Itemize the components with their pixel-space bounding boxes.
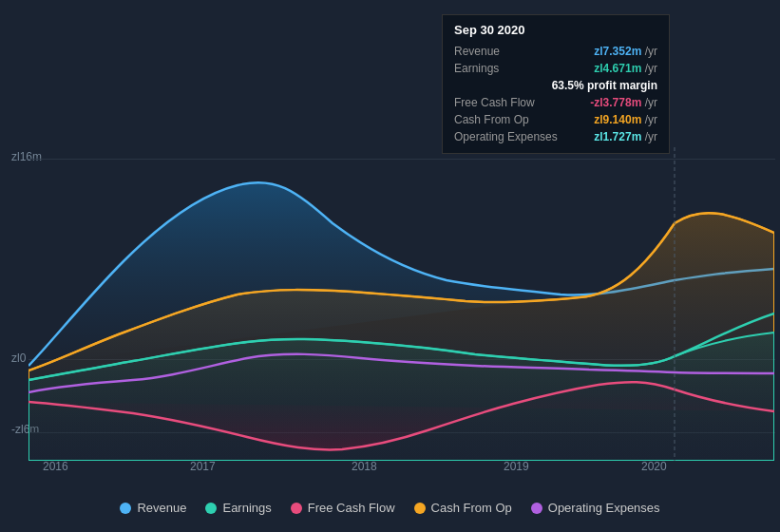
tooltip-label-opex: Operating Expenses <box>454 130 558 143</box>
legend-item-opex[interactable]: Operating Expenses <box>531 501 660 515</box>
x-label-2018: 2018 <box>352 460 377 473</box>
tooltip-row-cashfromop: Cash From Op zl9.140m /yr <box>454 111 657 128</box>
legend-label-fcf: Free Cash Flow <box>308 501 395 515</box>
tooltip-box: Sep 30 2020 Revenue zl7.352m /yr Earning… <box>442 14 670 154</box>
chart-container: Sep 30 2020 Revenue zl7.352m /yr Earning… <box>0 0 780 532</box>
legend-dot-revenue <box>120 503 131 514</box>
legend-dot-fcf <box>291 503 302 514</box>
legend-label-earnings: Earnings <box>222 501 271 515</box>
legend-item-fcf[interactable]: Free Cash Flow <box>291 501 395 515</box>
tooltip-row-earnings: Earnings zl4.671m /yr <box>454 60 657 77</box>
tooltip-row-profit-margin: 63.5% profit margin <box>454 77 657 94</box>
tooltip-label-cashfromop: Cash From Op <box>454 113 529 126</box>
legend-item-earnings[interactable]: Earnings <box>205 501 271 515</box>
legend-label-revenue: Revenue <box>137 501 186 515</box>
tooltip-value-opex: zl1.727m /yr <box>594 130 657 143</box>
tooltip-label-fcf: Free Cash Flow <box>454 96 535 109</box>
tooltip-value-earnings: zl4.671m /yr <box>594 62 657 75</box>
tooltip-row-opex: Operating Expenses zl1.727m /yr <box>454 128 657 145</box>
legend-dot-cashfromop <box>414 503 426 514</box>
chart-svg <box>29 147 774 461</box>
y-label-zero: zl0 <box>11 352 26 365</box>
tooltip-label-revenue: Revenue <box>454 45 500 58</box>
x-label-2017: 2017 <box>190 460 216 473</box>
legend-dot-earnings <box>205 503 217 514</box>
x-label-2019: 2019 <box>504 460 529 473</box>
tooltip-profit-margin: 63.5% profit margin <box>552 79 657 92</box>
tooltip-row-fcf: Free Cash Flow -zl3.778m /yr <box>454 94 657 111</box>
tooltip-value-fcf: -zl3.778m /yr <box>590 96 657 109</box>
tooltip-value-cashfromop: zl9.140m /yr <box>594 113 657 126</box>
legend-label-cashfromop: Cash From Op <box>431 501 512 515</box>
x-label-2016: 2016 <box>43 460 68 473</box>
tooltip-row-revenue: Revenue zl7.352m /yr <box>454 43 657 60</box>
legend-label-opex: Operating Expenses <box>548 501 660 515</box>
legend-item-revenue[interactable]: Revenue <box>120 501 186 515</box>
legend-item-cashfromop[interactable]: Cash From Op <box>414 501 512 515</box>
legend: Revenue Earnings Free Cash Flow Cash Fro… <box>0 501 780 515</box>
tooltip-date: Sep 30 2020 <box>454 23 657 37</box>
tooltip-label-earnings: Earnings <box>454 62 499 75</box>
x-label-2020: 2020 <box>641 460 667 473</box>
legend-dot-opex <box>531 503 542 514</box>
tooltip-value-revenue: zl7.352m /yr <box>594 45 657 58</box>
